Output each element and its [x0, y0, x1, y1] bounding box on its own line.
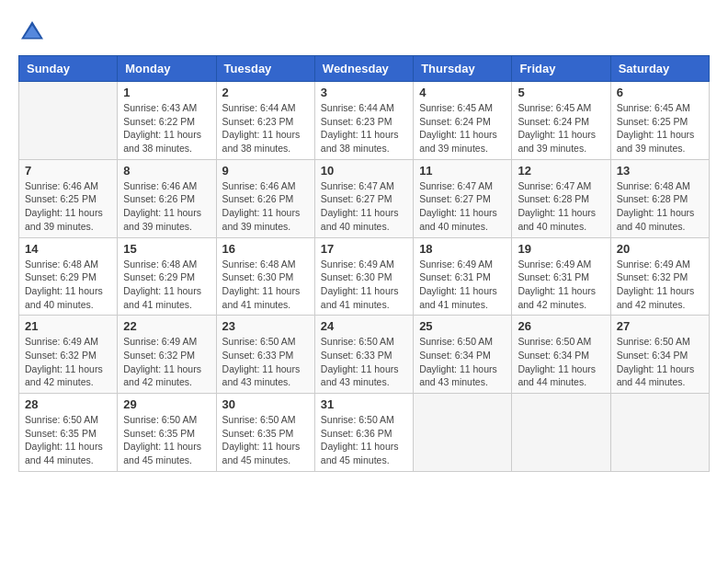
calendar-cell: 3Sunrise: 6:44 AM Sunset: 6:23 PM Daylig…	[314, 82, 413, 160]
calendar-cell: 30Sunrise: 6:50 AM Sunset: 6:35 PM Dayli…	[216, 394, 314, 472]
day-info: Sunrise: 6:48 AM Sunset: 6:29 PM Dayligh…	[25, 258, 111, 312]
calendar-cell: 8Sunrise: 6:46 AM Sunset: 6:26 PM Daylig…	[118, 159, 216, 237]
calendar-cell: 1Sunrise: 6:43 AM Sunset: 6:22 PM Daylig…	[118, 82, 216, 160]
day-number: 1	[123, 86, 210, 99]
day-info: Sunrise: 6:50 AM Sunset: 6:34 PM Dayligh…	[419, 335, 506, 389]
day-info: Sunrise: 6:46 AM Sunset: 6:26 PM Dayligh…	[123, 179, 210, 234]
day-info: Sunrise: 6:44 AM Sunset: 6:23 PM Dayligh…	[222, 101, 309, 155]
day-number: 12	[518, 164, 604, 178]
day-number: 24	[321, 319, 407, 333]
day-number: 23	[222, 319, 309, 333]
calendar-cell: 31Sunrise: 6:50 AM Sunset: 6:36 PM Dayli…	[314, 394, 413, 472]
day-number: 10	[321, 164, 407, 178]
column-header-thursday: Thursday	[414, 56, 512, 82]
day-number: 2	[222, 86, 309, 99]
day-number: 17	[321, 242, 407, 256]
calendar-cell: 19Sunrise: 6:49 AM Sunset: 6:31 PM Dayli…	[512, 237, 610, 316]
calendar-cell: 27Sunrise: 6:50 AM Sunset: 6:34 PM Dayli…	[610, 316, 709, 394]
day-number: 18	[419, 242, 506, 256]
day-info: Sunrise: 6:50 AM Sunset: 6:33 PM Dayligh…	[222, 335, 309, 389]
day-number: 22	[123, 319, 210, 333]
column-header-monday: Monday	[118, 56, 216, 82]
day-info: Sunrise: 6:50 AM Sunset: 6:35 PM Dayligh…	[222, 413, 309, 467]
logo	[18, 18, 50, 46]
calendar-cell: 14Sunrise: 6:48 AM Sunset: 6:29 PM Dayli…	[19, 237, 118, 316]
calendar-week-row: 28Sunrise: 6:50 AM Sunset: 6:35 PM Dayli…	[19, 394, 710, 472]
page-header	[18, 18, 710, 46]
column-header-sunday: Sunday	[19, 56, 118, 82]
day-info: Sunrise: 6:46 AM Sunset: 6:25 PM Dayligh…	[25, 179, 111, 234]
calendar-cell: 18Sunrise: 6:49 AM Sunset: 6:31 PM Dayli…	[414, 237, 512, 316]
calendar-cell: 23Sunrise: 6:50 AM Sunset: 6:33 PM Dayli…	[216, 316, 314, 394]
day-info: Sunrise: 6:49 AM Sunset: 6:32 PM Dayligh…	[123, 335, 210, 389]
calendar-cell	[19, 82, 118, 160]
day-number: 20	[617, 242, 703, 256]
day-number: 6	[617, 86, 703, 99]
calendar-cell: 26Sunrise: 6:50 AM Sunset: 6:34 PM Dayli…	[512, 316, 610, 394]
day-info: Sunrise: 6:50 AM Sunset: 6:35 PM Dayligh…	[25, 413, 111, 467]
calendar-week-row: 14Sunrise: 6:48 AM Sunset: 6:29 PM Dayli…	[19, 237, 710, 316]
calendar-cell: 5Sunrise: 6:45 AM Sunset: 6:24 PM Daylig…	[512, 82, 610, 160]
day-info: Sunrise: 6:45 AM Sunset: 6:24 PM Dayligh…	[518, 101, 604, 155]
calendar-cell	[512, 394, 610, 472]
day-number: 16	[222, 242, 309, 256]
calendar-cell: 13Sunrise: 6:48 AM Sunset: 6:28 PM Dayli…	[610, 159, 709, 237]
day-number: 5	[518, 86, 604, 99]
column-header-wednesday: Wednesday	[314, 56, 413, 82]
day-number: 29	[123, 397, 210, 411]
calendar-header-row: SundayMondayTuesdayWednesdayThursdayFrid…	[19, 56, 710, 82]
day-info: Sunrise: 6:45 AM Sunset: 6:25 PM Dayligh…	[617, 101, 703, 155]
day-number: 13	[617, 164, 703, 178]
day-info: Sunrise: 6:44 AM Sunset: 6:23 PM Dayligh…	[321, 101, 407, 155]
day-info: Sunrise: 6:48 AM Sunset: 6:28 PM Dayligh…	[617, 179, 703, 234]
day-info: Sunrise: 6:49 AM Sunset: 6:31 PM Dayligh…	[518, 258, 604, 312]
logo-icon	[18, 18, 46, 46]
column-header-tuesday: Tuesday	[216, 56, 314, 82]
day-info: Sunrise: 6:45 AM Sunset: 6:24 PM Dayligh…	[419, 101, 506, 155]
day-info: Sunrise: 6:50 AM Sunset: 6:34 PM Dayligh…	[518, 335, 604, 389]
calendar-week-row: 7Sunrise: 6:46 AM Sunset: 6:25 PM Daylig…	[19, 159, 710, 237]
calendar-cell: 17Sunrise: 6:49 AM Sunset: 6:30 PM Dayli…	[314, 237, 413, 316]
calendar-cell: 2Sunrise: 6:44 AM Sunset: 6:23 PM Daylig…	[216, 82, 314, 160]
day-number: 30	[222, 397, 309, 411]
day-info: Sunrise: 6:46 AM Sunset: 6:26 PM Dayligh…	[222, 179, 309, 234]
day-info: Sunrise: 6:47 AM Sunset: 6:28 PM Dayligh…	[518, 179, 604, 234]
day-number: 7	[25, 164, 111, 178]
calendar-cell	[610, 394, 709, 472]
calendar-cell: 12Sunrise: 6:47 AM Sunset: 6:28 PM Dayli…	[512, 159, 610, 237]
day-info: Sunrise: 6:49 AM Sunset: 6:30 PM Dayligh…	[321, 258, 407, 312]
day-number: 31	[321, 397, 407, 411]
calendar-cell	[414, 394, 512, 472]
calendar-cell: 15Sunrise: 6:48 AM Sunset: 6:29 PM Dayli…	[118, 237, 216, 316]
calendar-cell: 22Sunrise: 6:49 AM Sunset: 6:32 PM Dayli…	[118, 316, 216, 394]
calendar-cell: 7Sunrise: 6:46 AM Sunset: 6:25 PM Daylig…	[19, 159, 118, 237]
day-number: 19	[518, 242, 604, 256]
calendar-table: SundayMondayTuesdayWednesdayThursdayFrid…	[18, 55, 710, 472]
calendar-cell: 4Sunrise: 6:45 AM Sunset: 6:24 PM Daylig…	[414, 82, 512, 160]
day-info: Sunrise: 6:47 AM Sunset: 6:27 PM Dayligh…	[321, 179, 407, 234]
calendar-cell: 21Sunrise: 6:49 AM Sunset: 6:32 PM Dayli…	[19, 316, 118, 394]
day-number: 9	[222, 164, 309, 178]
calendar-cell: 10Sunrise: 6:47 AM Sunset: 6:27 PM Dayli…	[314, 159, 413, 237]
calendar-week-row: 1Sunrise: 6:43 AM Sunset: 6:22 PM Daylig…	[19, 82, 710, 160]
calendar-cell: 25Sunrise: 6:50 AM Sunset: 6:34 PM Dayli…	[414, 316, 512, 394]
day-info: Sunrise: 6:49 AM Sunset: 6:32 PM Dayligh…	[25, 335, 111, 389]
calendar-week-row: 21Sunrise: 6:49 AM Sunset: 6:32 PM Dayli…	[19, 316, 710, 394]
day-number: 28	[25, 397, 111, 411]
column-header-saturday: Saturday	[610, 56, 709, 82]
calendar-cell: 6Sunrise: 6:45 AM Sunset: 6:25 PM Daylig…	[610, 82, 709, 160]
day-info: Sunrise: 6:48 AM Sunset: 6:29 PM Dayligh…	[123, 258, 210, 312]
day-info: Sunrise: 6:49 AM Sunset: 6:32 PM Dayligh…	[617, 258, 703, 312]
day-number: 4	[419, 86, 506, 99]
day-info: Sunrise: 6:50 AM Sunset: 6:35 PM Dayligh…	[123, 413, 210, 467]
day-info: Sunrise: 6:50 AM Sunset: 6:36 PM Dayligh…	[321, 413, 407, 467]
calendar-cell: 24Sunrise: 6:50 AM Sunset: 6:33 PM Dayli…	[314, 316, 413, 394]
day-number: 27	[617, 319, 703, 333]
day-number: 3	[321, 86, 407, 99]
day-info: Sunrise: 6:43 AM Sunset: 6:22 PM Dayligh…	[123, 101, 210, 155]
calendar-cell: 11Sunrise: 6:47 AM Sunset: 6:27 PM Dayli…	[414, 159, 512, 237]
calendar-cell: 28Sunrise: 6:50 AM Sunset: 6:35 PM Dayli…	[19, 394, 118, 472]
day-info: Sunrise: 6:50 AM Sunset: 6:34 PM Dayligh…	[617, 335, 703, 389]
calendar-cell: 16Sunrise: 6:48 AM Sunset: 6:30 PM Dayli…	[216, 237, 314, 316]
day-number: 26	[518, 319, 604, 333]
